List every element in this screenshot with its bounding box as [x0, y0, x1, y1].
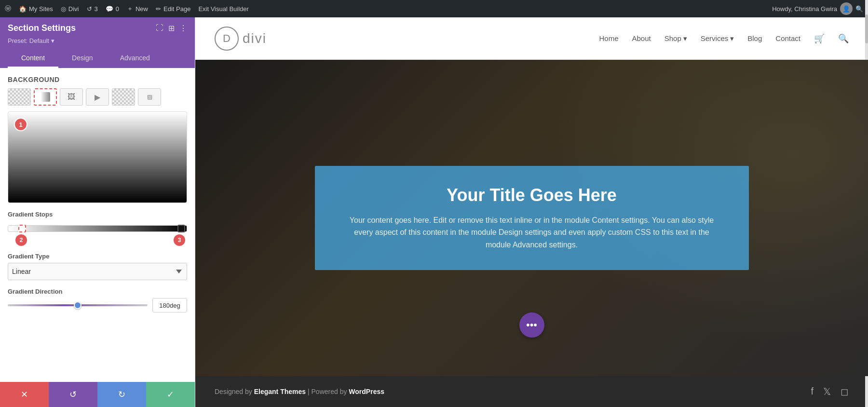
cancel-button[interactable]: ✕: [0, 382, 49, 407]
more-options-icon[interactable]: ⋮: [179, 24, 187, 33]
fab-button[interactable]: •••: [519, 312, 544, 338]
panel-content: Background: [0, 68, 195, 382]
my-sites-menu[interactable]: 🏠 My Sites: [19, 5, 53, 13]
stop-handle-white[interactable]: [18, 225, 26, 232]
divi-menu-item[interactable]: ◎ Divi: [61, 5, 79, 13]
redo-button[interactable]: ↻: [97, 382, 146, 407]
edit-page-item[interactable]: ✏ Edit Page: [156, 5, 190, 13]
panel-title: Section Settings: [8, 23, 76, 33]
services-chevron-icon: ▾: [730, 34, 734, 43]
stop-badge-2: 2: [15, 234, 27, 246]
gradient-stops-bar[interactable]: [8, 222, 187, 235]
hero-content-box: Your Title Goes Here Your content goes h…: [315, 166, 749, 271]
background-section: Background: [8, 76, 187, 312]
stop-handle-black[interactable]: [177, 225, 185, 232]
preset-selector[interactable]: Preset: Default ▾: [8, 37, 187, 44]
comments-item[interactable]: 💬 0: [106, 5, 119, 13]
user-info: Howdy, Christina Gwira 👤 🔍: [772, 2, 863, 15]
divi-icon: ◎: [61, 5, 66, 13]
gradient-icon: [41, 92, 50, 102]
section-settings-panel: Section Settings ⛶ ⊞ ⋮ Preset: Default ▾…: [0, 17, 195, 407]
pencil-icon: ✏: [156, 5, 161, 13]
footer-credits: Designed by Elegant Themes | Powered by …: [215, 388, 384, 395]
site-navigation: D divi Home About Shop ▾ Services ▾: [195, 17, 868, 60]
new-button[interactable]: ＋ New: [127, 4, 148, 13]
search-icon-admin[interactable]: 🔍: [855, 5, 863, 13]
save-button[interactable]: ✓: [146, 382, 195, 407]
stop-badge-3: 3: [174, 234, 185, 246]
gradient-track: [8, 225, 187, 232]
gradient-type-section: Gradient Type Linear Radial Conic: [8, 253, 187, 280]
bg-type-transparent[interactable]: [8, 88, 31, 106]
avatar: 👤: [840, 2, 853, 15]
fab-dots-icon: •••: [526, 319, 537, 331]
home-icon: 🏠: [19, 5, 27, 13]
background-type-row: 🖼 ▶ ▨: [8, 88, 187, 106]
revisions-item[interactable]: ↺ 3: [87, 5, 98, 13]
nav-item-shop[interactable]: Shop ▾: [665, 34, 687, 43]
panel-footer: ✕ ↺ ↻ ✓: [0, 382, 195, 407]
gradient-preview: 1: [8, 111, 187, 203]
gradient-stops-label: Gradient Stops: [8, 211, 187, 218]
twitter-icon[interactable]: 𝕏: [823, 386, 831, 397]
direction-slider[interactable]: [8, 304, 148, 306]
bg-type-image[interactable]: 🖼: [60, 88, 83, 106]
svg-rect-0: [41, 92, 50, 102]
main-nav: Home About Shop ▾ Services ▾ Blog Contac: [599, 33, 849, 44]
nav-item-contact[interactable]: Contact: [775, 34, 800, 42]
logo-text: divi: [243, 31, 267, 46]
instagram-icon[interactable]: ◻: [841, 386, 849, 397]
comments-icon: 💬: [106, 5, 113, 13]
nav-item-home[interactable]: Home: [599, 34, 618, 42]
nav-item-about[interactable]: About: [632, 34, 651, 42]
bg-type-mask[interactable]: ▨: [138, 88, 161, 106]
nav-item-blog[interactable]: Blog: [747, 34, 762, 42]
chevron-down-icon: ▾: [51, 37, 54, 44]
mask-icon: ▨: [147, 94, 152, 100]
exit-builder-item[interactable]: Exit Visual Builder: [198, 5, 249, 13]
facebook-icon[interactable]: f: [811, 386, 814, 397]
background-label: Background: [8, 76, 187, 83]
tab-advanced[interactable]: Advanced: [107, 49, 163, 68]
cancel-icon: ✕: [21, 389, 28, 400]
site-logo: D divi: [215, 27, 267, 51]
gradient-type-select[interactable]: Linear Radial Conic: [8, 263, 187, 280]
direction-input[interactable]: [152, 298, 187, 312]
panel-title-row: Section Settings ⛶ ⊞ ⋮: [8, 23, 187, 33]
direction-row: [8, 298, 187, 312]
panel-icons: ⛶ ⊞ ⋮: [156, 24, 187, 33]
wordpress-link[interactable]: WordPress: [349, 388, 384, 395]
nav-item-services[interactable]: Services ▾: [701, 34, 734, 43]
bg-type-pattern[interactable]: [112, 88, 135, 106]
tab-design[interactable]: Design: [58, 49, 107, 68]
fullscreen-icon[interactable]: ⛶: [156, 24, 163, 33]
logo-letter: D: [223, 32, 231, 45]
undo-icon: ↺: [69, 389, 77, 400]
columns-icon[interactable]: ⊞: [168, 24, 175, 33]
hero-title: Your Title Goes Here: [344, 185, 720, 205]
bg-type-gradient[interactable]: [34, 88, 57, 106]
scrollbar-thumb[interactable]: [865, 17, 868, 43]
elegant-themes-link[interactable]: Elegant Themes: [254, 388, 306, 395]
undo-button[interactable]: ↺: [49, 382, 97, 407]
social-icons: f 𝕏 ◻: [811, 386, 849, 397]
save-icon: ✓: [167, 389, 174, 400]
redo-icon: ↻: [118, 389, 125, 400]
website-preview: D divi Home About Shop ▾ Services ▾: [195, 17, 868, 407]
search-icon-nav[interactable]: 🔍: [838, 33, 849, 44]
stop-badge-1: 1: [14, 118, 27, 131]
image-icon: 🖼: [68, 93, 75, 101]
bg-type-video[interactable]: ▶: [86, 88, 109, 106]
wp-icon[interactable]: ⓦ: [5, 4, 11, 13]
logo-circle: D: [215, 27, 239, 51]
revisions-icon: ↺: [87, 5, 92, 13]
shop-chevron-icon: ▾: [683, 34, 687, 43]
panel-tabs: Content Design Advanced: [8, 49, 187, 68]
site-footer: Designed by Elegant Themes | Powered by …: [195, 376, 868, 407]
panel-header: Section Settings ⛶ ⊞ ⋮ Preset: Default ▾…: [0, 17, 195, 68]
admin-bar: ⓦ 🏠 My Sites ◎ Divi ↺ 3 💬 0 ＋ New ✏ Edit…: [0, 0, 868, 17]
main-layout: Section Settings ⛶ ⊞ ⋮ Preset: Default ▾…: [0, 17, 868, 407]
plus-icon: ＋: [127, 4, 133, 13]
cart-icon[interactable]: 🛒: [814, 33, 825, 44]
tab-content[interactable]: Content: [8, 49, 58, 68]
